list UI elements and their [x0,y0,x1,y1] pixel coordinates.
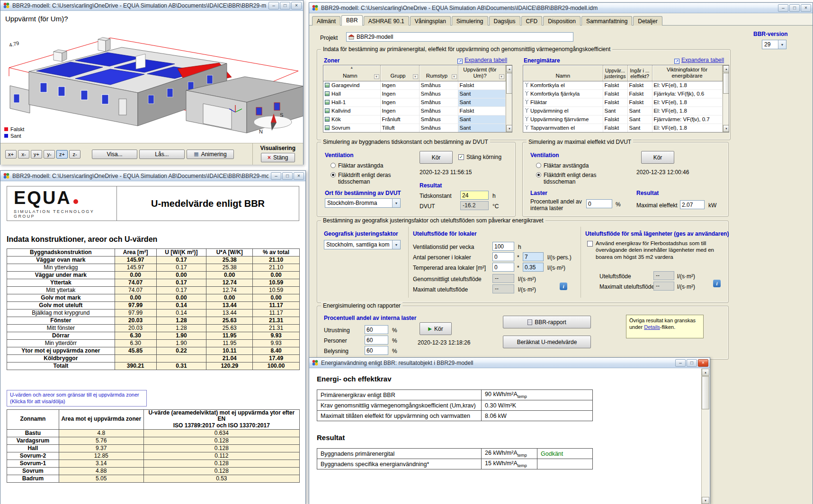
matare-row[interactable]: Komfortkyla fjärrkylaFalsktFalsktFjärrky… [523,89,722,98]
zon-row[interactable]: HallIngenSmåhusSant [323,89,505,98]
tab-sammanfattning[interactable]: Sammanfattning [581,16,632,26]
minimize-button[interactable]: – [675,359,686,367]
zoner-col-rumstyp[interactable]: Rumstyp▼ [419,65,458,81]
close-button[interactable]: × [698,359,708,367]
ventilationstid-field[interactable] [492,242,514,251]
zon-row[interactable]: Hall-1IngenSmåhusSant [323,98,505,106]
maximize-button[interactable]: □ [282,172,293,180]
close-button[interactable]: × [291,2,302,9]
info-icon[interactable]: i [560,283,567,290]
zon-row[interactable]: GaragevindIngenSmåhusFalskt [323,81,505,89]
axis-button-z-minusplus[interactable]: z+ [56,150,68,159]
tab-v-ningsplan[interactable]: Våningsplan [410,16,451,26]
zon-row[interactable]: KallvindIngenSmåhusFalskt [323,106,505,115]
minimize-button[interactable]: – [268,2,279,9]
radio-flaktdrift-tidsscheman[interactable]: Fläktdrift enligt deras tidsscheman [331,172,409,185]
kor-energisimulering-button[interactable]: ▶ Kör [420,322,452,335]
axis-button-y-minus[interactable]: y- [44,150,55,159]
antal-personer-field[interactable] [492,252,514,261]
energy-scrollbar[interactable]: ▲ ▼ [701,369,709,504]
andel-interna-laster-field[interactable] [586,199,612,208]
utrustning-field[interactable] [365,325,388,334]
model-3d-canvas[interactable]: S N Uppvärmt (för Um)? 4.79 Falskt Sant [0,11,303,143]
details-link[interactable]: Details [644,324,660,330]
energimatare-expand-link[interactable]: ↗Expandera tabell [674,57,724,64]
zon-row[interactable]: SovrumTilluftSmåhusSant [323,124,505,132]
energimatare-expand-label[interactable]: Expandera tabell [681,57,724,63]
matare-col-namn[interactable]: Namn [523,65,603,81]
axis-button-y-minusplus[interactable]: y+ [31,150,42,159]
geo-faktor-dropdown[interactable]: Stockholm, samtliga kom ▼ [324,240,401,249]
visa-button[interactable]: Visa... [92,150,137,159]
scroll-thumb[interactable] [702,376,709,409]
zoner-expand-label[interactable]: Expandera tabell [465,57,507,63]
filter-icon[interactable]: ▼ [374,74,379,79]
axis-button-x-minus[interactable]: x- [18,150,29,159]
titlebar-3d-viewer[interactable]: BBR29-modell: C:\Users\carling\OneDrive … [0,0,303,11]
maximize-button[interactable]: □ [280,2,290,9]
animering-button[interactable]: ▦ Animering [187,150,234,159]
matare-row[interactable]: Komfortkyla elFalsktFalsktEl: VF(el), 1.… [523,81,722,89]
sma-lagenheter-checkbox[interactable]: Använd energikrav för Flerbostadshus som… [587,240,725,260]
scroll-down-icon[interactable]: ▼ [506,125,513,132]
tab-dagsljus[interactable]: Dagsljus [489,16,520,26]
zoner-col-namn[interactable]: ▲Namn▼ [323,65,380,81]
energimatare-scrollbar[interactable]: ▲ ▼ [723,65,730,132]
matare-row[interactable]: Uppvärmning elSantSantEl: VF(el), 1.8 [523,106,722,115]
zon-row[interactable]: KökFrånluftSmåhusSant [323,115,505,124]
radio-flaktar-avstangda[interactable]: Fläktar avstängda [536,162,589,169]
maximize-button[interactable]: □ [789,4,800,12]
maximize-button[interactable]: □ [687,359,697,367]
stang-button[interactable]: × Stäng [261,153,295,162]
matare-row[interactable]: Tappvarmvatten elFalsktSantEl: VF(el), 1… [523,124,722,132]
scroll-up-icon[interactable]: ▲ [506,65,513,72]
beraknat-u-medelvarde-button[interactable]: Beräknat U-medelvärde [503,336,591,348]
minimize-button[interactable]: – [778,4,788,12]
matare-row[interactable]: FläktarFalsktFalsktEl: VF(el), 1.8 [523,98,722,106]
tab-allm-nt[interactable]: Allmänt [312,16,340,26]
zoner-col-uppvarmt[interactable]: Uppvärmt (för Um)?▼ [458,65,505,81]
filter-icon[interactable]: ▼ [452,74,457,79]
tab-simulering[interactable]: Simulering [452,16,488,26]
toggle-unheated-zones-note[interactable]: U-värden och areor som gränsar till ej u… [7,390,147,407]
radio-flaktdrift-tidsscheman[interactable]: Fläktdrift enligt deras tidsscheman [536,172,615,185]
tab-ashrae-90-1[interactable]: ASHRAE 90.1 [364,16,409,26]
personer-flode-field[interactable] [523,252,544,261]
matare-col-eleffekt[interactable]: Ingår i ... eleffekt? [627,65,652,81]
stang-korning-checkbox[interactable]: ✓ Stäng körning [458,154,501,160]
filter-icon[interactable]: ▼ [413,74,418,79]
tab-bbr[interactable]: BBR [341,15,363,26]
bbr-version-dropdown[interactable]: 29 ▼ [762,40,786,49]
titlebar-report[interactable]: BBR29-modell: C:\Users\carling\OneDrive … [0,171,305,181]
maximal-eleffekt-field[interactable] [680,200,705,209]
zoner-col-grupp[interactable]: Grupp▼ [380,65,419,81]
matare-col-justering[interactable]: Uppvär... justerings [603,65,627,81]
filter-icon[interactable]: ▼ [499,74,504,79]
close-button[interactable]: × [294,172,304,180]
belysning-field[interactable] [365,346,388,355]
close-button[interactable]: × [801,4,811,12]
zoner-scrollbar[interactable]: ▲ ▼ [506,65,513,132]
bbr-rapport-button[interactable]: BBR-rapport [503,316,591,328]
zoner-expand-link[interactable]: ↗Expandera tabell [457,57,507,64]
scroll-thumb[interactable] [506,73,513,94]
axis-button-z-minus[interactable]: z- [69,150,80,159]
area-flode-field[interactable] [523,263,544,272]
projekt-field[interactable]: BBR29-modell [346,32,573,42]
kor-eleffekt-button[interactable]: Kör [641,151,674,164]
kor-tidskonstant-button[interactable]: Kör [420,151,453,164]
tempererad-area-field[interactable] [492,263,514,272]
las-button[interactable]: Lås... [139,150,185,159]
minimize-button[interactable]: – [271,172,281,180]
tab-detaljer[interactable]: Detaljer [633,16,662,26]
axis-button-x-minusplus[interactable]: x+ [5,150,17,159]
personer-field[interactable] [365,336,388,345]
matare-col-viktning[interactable]: Viktningfaktor för energibärare [652,65,722,81]
tidskonstant-field[interactable] [460,191,489,200]
ort-dvut-dropdown[interactable]: Stockholm-Bromma ▼ [325,198,401,208]
scroll-thumb[interactable] [723,73,730,94]
scroll-up-icon[interactable]: ▲ [702,369,709,376]
titlebar-main[interactable]: BBR29-modell: C:\Users\carling\OneDrive … [309,3,813,13]
radio-flaktar-avstangda[interactable]: Fläktar avstängda [331,162,383,169]
titlebar-energianvandning[interactable]: Energianvändning enligt BBR: resultatobj… [309,358,710,368]
